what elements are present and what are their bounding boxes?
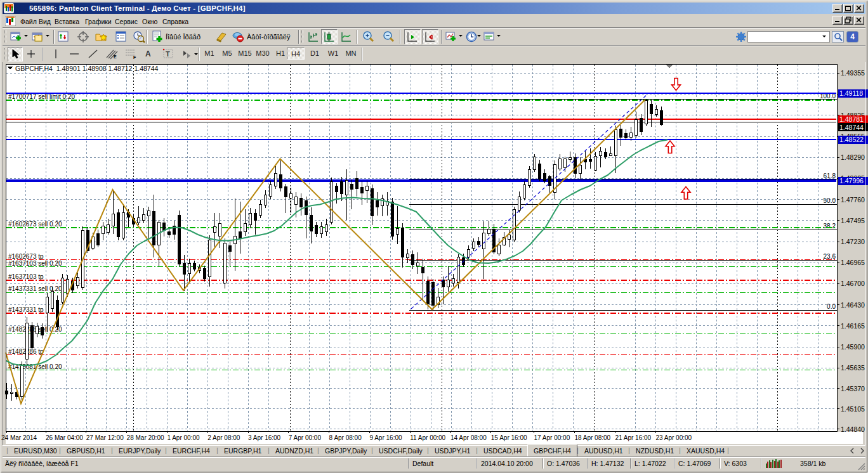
svg-text:9 Apr 16:00: 9 Apr 16:00 — [369, 434, 402, 441]
svg-text:24 Mar 2014: 24 Mar 2014 — [1, 434, 37, 441]
svg-text:1.48744: 1.48744 — [839, 124, 864, 131]
svg-text:#1437331 tp: #1437331 tp — [8, 306, 44, 313]
svg-text:0.0: 0.0 — [827, 303, 836, 310]
svg-text:61.8: 61.8 — [824, 172, 836, 179]
svg-text:23 Apr 00:00: 23 Apr 00:00 — [655, 434, 692, 441]
svg-text:14 Apr 08:00: 14 Apr 08:00 — [450, 434, 487, 441]
svg-text:1.49355: 1.49355 — [841, 69, 865, 77]
svg-text:1.46430: 1.46430 — [841, 301, 865, 309]
svg-text:1.47495: 1.47495 — [841, 217, 865, 224]
svg-text:17 Apr 00:00: 17 Apr 00:00 — [534, 434, 570, 441]
svg-text:#1437331 sell 0.20: #1437331 sell 0.20 — [8, 285, 62, 292]
svg-text:26 Mar 04:00: 26 Mar 04:00 — [46, 434, 83, 441]
svg-text:1 Apr 00:00: 1 Apr 00:00 — [167, 434, 200, 441]
svg-text:7 Apr 00:00: 7 Apr 00:00 — [289, 434, 322, 441]
svg-text:2 Apr 08:00: 2 Apr 08:00 — [207, 434, 240, 441]
svg-text:1.48290: 1.48290 — [841, 153, 865, 161]
svg-text:3 Apr 16:00: 3 Apr 16:00 — [248, 434, 281, 441]
svg-text:18 Apr 08:00: 18 Apr 08:00 — [574, 434, 610, 441]
svg-text:1.47230: 1.47230 — [841, 238, 865, 245]
svg-text:15 Apr 16:00: 15 Apr 16:00 — [491, 434, 527, 441]
svg-text:1.45900: 1.45900 — [841, 343, 865, 351]
svg-text:#1602673 sell 0.20: #1602673 sell 0.20 — [8, 221, 62, 228]
svg-text:#1637103 tp: #1637103 tp — [8, 273, 44, 280]
svg-text:1.46700: 1.46700 — [841, 280, 865, 287]
svg-text:38.2: 38.2 — [824, 223, 836, 230]
svg-text:1.49118: 1.49118 — [839, 89, 863, 97]
svg-text:8 Apr 08:00: 8 Apr 08:00 — [329, 434, 362, 441]
svg-text:11 Apr 00:00: 11 Apr 00:00 — [410, 434, 445, 441]
svg-text:1.47760: 1.47760 — [841, 196, 865, 204]
svg-text:1.44840: 1.44840 — [841, 425, 865, 433]
svg-text:1.45105: 1.45105 — [841, 405, 865, 413]
svg-text:23.6: 23.6 — [824, 253, 836, 260]
svg-text:1.47996: 1.47996 — [839, 177, 864, 185]
svg-text:1.48781: 1.48781 — [839, 115, 864, 123]
svg-text:1.48522: 1.48522 — [839, 136, 864, 143]
svg-text:28 Mar 20:00: 28 Mar 20:00 — [127, 434, 164, 441]
svg-text:50.0: 50.0 — [824, 197, 836, 204]
svg-text:1.45370: 1.45370 — [841, 385, 865, 392]
svg-text:#1637103 sell 0.20: #1637103 sell 0.20 — [8, 260, 62, 267]
svg-text:#1602673 tp: #1602673 tp — [8, 253, 44, 260]
svg-text:GBPCHF,H4 1.48901 1.48908 1.4: GBPCHF,H4 1.48901 1.48908 1.48712 1.4874… — [15, 65, 158, 72]
svg-text:1.45635: 1.45635 — [841, 364, 865, 372]
svg-text:21 Apr 16:00: 21 Apr 16:00 — [615, 434, 651, 441]
svg-text:1.46965: 1.46965 — [841, 259, 865, 266]
svg-text:1.46165: 1.46165 — [841, 322, 865, 330]
svg-text:#1700717 sell limit 0.20: #1700717 sell limit 0.20 — [8, 93, 76, 100]
svg-text:27 Mar 12:00: 27 Mar 12:00 — [86, 434, 124, 441]
